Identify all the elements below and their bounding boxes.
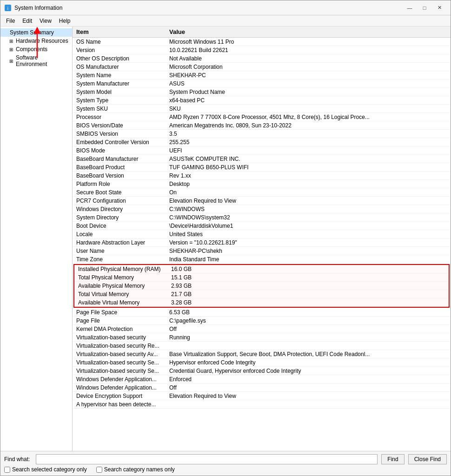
sidebar-item-hardware-resources[interactable]: ⊞ Hardware Resources — [0, 37, 72, 45]
table-row: Virtualization-based security Se... Cred… — [73, 367, 451, 375]
sidebar-item-system-summary[interactable]: System Summary — [0, 28, 72, 37]
table-row: Boot Device \Device\HarddiskVolume1 — [73, 222, 451, 230]
cell-value: Off — [166, 325, 451, 333]
cell-value: ASUSTeK COMPUTER INC. — [166, 155, 451, 163]
cell-value: Running — [166, 334, 451, 341]
sidebar-item-components[interactable]: ⊞ Components — [0, 45, 72, 53]
option-label-search-selected: Search selected category only — [12, 466, 87, 473]
window-icon: i — [4, 4, 12, 12]
header-item: Item — [73, 28, 166, 35]
cell-item: Page File Space — [73, 309, 166, 316]
cell-value: 21.7 GB — [167, 291, 449, 298]
cell-item: Kernel DMA Protection — [73, 325, 166, 333]
find-button[interactable]: Find — [381, 454, 404, 464]
cell-item: User Name — [73, 247, 166, 255]
menu-view[interactable]: View — [36, 16, 55, 25]
table-row: Secure Boot State On — [73, 188, 451, 197]
sidebar-label-hardware-resources: Hardware Resources — [16, 38, 68, 44]
table-row: BaseBoard Version Rev 1.xx — [73, 172, 451, 180]
cell-item: System Model — [73, 88, 166, 96]
cell-item: Time Zone — [73, 256, 166, 263]
expand-icon-components: ⊞ — [8, 46, 14, 53]
menu-bar: File Edit View Help — [0, 15, 451, 26]
content-area: System Summary ⊞ Hardware Resources ⊞ C — [0, 26, 451, 451]
cell-item: OS Name — [73, 38, 166, 46]
cell-item: Virtualization-based security Av... — [73, 350, 166, 358]
cell-value: American Megatrends Inc. 0809, Sun 23-10… — [166, 122, 451, 129]
table-row: Windows Directory C:\WINDOWS — [73, 205, 451, 213]
find-input[interactable] — [36, 454, 378, 464]
find-row: Find what: Find Close Find — [4, 454, 447, 464]
table-row: A hypervisor has been detecte... — [73, 400, 451, 409]
cell-item: Virtualization-based security — [73, 334, 166, 341]
close-button[interactable]: ✕ — [432, 3, 447, 13]
table-row: Device Encryption Support Elevation Requ… — [73, 392, 451, 400]
option-search-category-names[interactable]: Search category names only — [96, 466, 175, 473]
cell-value: Not Available — [166, 55, 451, 62]
cell-value: Rev 1.xx — [166, 172, 451, 179]
cell-item: Other OS Description — [73, 55, 166, 62]
table-row: OS Name Microsoft Windows 11 Pro — [73, 38, 451, 46]
option-search-selected[interactable]: Search selected category only — [4, 466, 87, 473]
cell-item: OS Manufacturer — [73, 63, 166, 71]
table-row: BIOS Version/Date American Megatrends In… — [73, 121, 451, 130]
cell-item: Available Virtual Memory — [74, 299, 167, 306]
minimize-button[interactable]: — — [402, 3, 417, 13]
header-value: Value — [166, 28, 451, 35]
table-row: Embedded Controller Version 255.255 — [73, 138, 451, 146]
cell-item: System Manufacturer — [73, 80, 166, 87]
cell-value: 255.255 — [166, 139, 451, 146]
svg-text:i: i — [7, 6, 9, 11]
close-find-button[interactable]: Close Find — [408, 454, 447, 464]
cell-item: System Directory — [73, 214, 166, 221]
table-row: Total Physical Memory 15.1 GB — [74, 273, 449, 282]
cell-value: 16.0 GB — [167, 265, 449, 273]
sidebar-label-components: Components — [16, 46, 47, 53]
cell-item: Page File — [73, 317, 166, 324]
cell-value: Microsoft Corporation — [166, 63, 451, 71]
cell-item: Windows Directory — [73, 205, 166, 213]
cell-value: \Device\HarddiskVolume1 — [166, 222, 451, 230]
table-row: Page File C:\pagefile.sys — [73, 317, 451, 325]
title-bar: i System Information — □ ✕ — [0, 0, 451, 15]
cell-value: SHEKHAR-PC\shekh — [166, 247, 451, 255]
sidebar-item-software-environment[interactable]: ⊞ Software Environment — [0, 53, 72, 68]
window-title: System Information — [14, 5, 402, 11]
table-row: Virtualization-based security Av... Base… — [73, 350, 451, 358]
cell-value: Elevation Required to View — [166, 392, 451, 400]
cell-value: x64-based PC — [166, 97, 451, 104]
table-row: Kernel DMA Protection Off — [73, 325, 451, 333]
cell-value: Base Virtualization Support, Secure Boot… — [166, 350, 451, 358]
cell-value: C:\WINDOWS — [166, 205, 451, 213]
sidebar-label-software-environment: Software Environment — [16, 54, 70, 67]
table-row: Virtualization-based security Running — [73, 333, 451, 342]
cell-value: 3.5 — [166, 130, 451, 138]
menu-file[interactable]: File — [2, 16, 19, 25]
cell-item: Windows Defender Application... — [73, 376, 166, 383]
cell-item: System Name — [73, 72, 166, 79]
table-row: Total Virtual Memory 21.7 GB — [74, 290, 449, 298]
menu-help[interactable]: Help — [55, 16, 74, 25]
table-row: System SKU SKU — [73, 105, 451, 113]
cell-item: Windows Defender Application... — [73, 384, 166, 391]
cell-value: ASUS — [166, 80, 451, 87]
highlighted-memory-group: Installed Physical Memory (RAM) 16.0 GB … — [73, 264, 450, 308]
cell-item: BaseBoard Version — [73, 172, 166, 179]
cell-item: Boot Device — [73, 222, 166, 230]
table-body: OS Name Microsoft Windows 11 Pro Version… — [73, 38, 451, 451]
maximize-button[interactable]: □ — [417, 3, 432, 13]
menu-edit[interactable]: Edit — [19, 16, 36, 25]
cell-value: Desktop — [166, 180, 451, 188]
cell-value: SHEKHAR-PC — [166, 72, 451, 79]
table-row: User Name SHEKHAR-PC\shekh — [73, 247, 451, 255]
checkbox-search-selected[interactable] — [4, 467, 10, 473]
table-row: Windows Defender Application... Off — [73, 383, 451, 392]
sidebar-label-system-summary: System Summary — [10, 29, 54, 36]
table-row: Windows Defender Application... Enforced — [73, 375, 451, 383]
checkbox-search-category-names[interactable] — [96, 467, 102, 473]
cell-value — [166, 345, 451, 346]
cell-item: Embedded Controller Version — [73, 139, 166, 146]
cell-value: India Standard Time — [166, 256, 451, 263]
table-row: Virtualization-based security Se... Hype… — [73, 358, 451, 367]
table-row: Other OS Description Not Available — [73, 54, 451, 63]
